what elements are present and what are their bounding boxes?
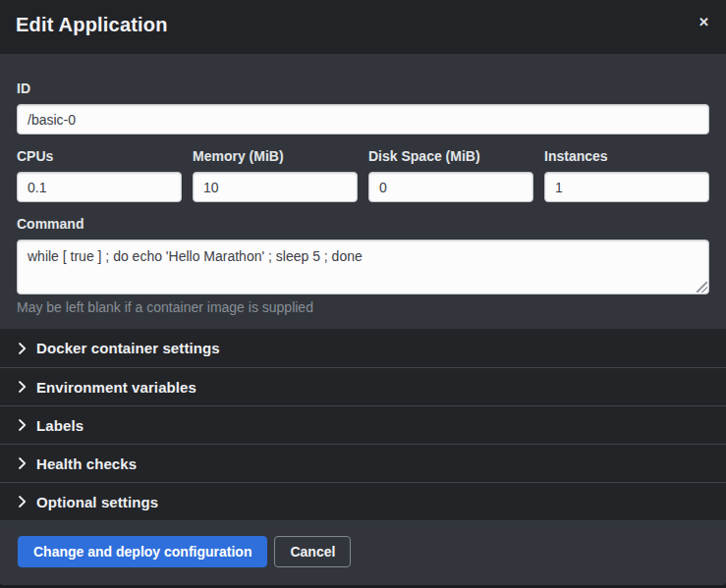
- chevron-right-icon: [18, 381, 27, 393]
- id-input[interactable]: [17, 104, 709, 134]
- close-icon: ✕: [698, 15, 709, 29]
- change-and-deploy-button[interactable]: Change and deploy configuration: [18, 536, 267, 567]
- cpus-label: CPUs: [17, 149, 182, 164]
- memory-field-group: Memory (MiB): [193, 149, 358, 202]
- cancel-button[interactable]: Cancel: [274, 536, 351, 567]
- cpus-field-group: CPUs: [17, 149, 182, 202]
- section-label: Environment variables: [36, 379, 196, 396]
- instances-label: Instances: [544, 149, 709, 164]
- chevron-right-icon: [18, 457, 27, 469]
- command-label: Command: [17, 217, 709, 232]
- section-labels[interactable]: Labels: [0, 405, 726, 444]
- chevron-right-icon: [18, 343, 27, 354]
- edit-application-modal: Edit Application ✕ ID CPUs Memory (MiB) …: [0, 0, 726, 585]
- section-label: Health checks: [36, 455, 137, 472]
- modal-footer: Change and deploy configuration Cancel: [0, 520, 726, 585]
- modal-body: ID CPUs Memory (MiB) Disk Space (MiB) In…: [0, 54, 726, 329]
- page-title: Edit Application: [16, 14, 168, 36]
- section-environment-variables[interactable]: Environment variables: [0, 367, 726, 405]
- instances-input[interactable]: [544, 172, 709, 202]
- id-field-group: ID: [17, 81, 709, 134]
- section-docker-container-settings[interactable]: Docker container settings: [0, 329, 726, 367]
- section-health-checks[interactable]: Health checks: [0, 444, 726, 482]
- section-optional-settings[interactable]: Optional settings: [0, 482, 726, 520]
- id-label: ID: [17, 81, 709, 96]
- disk-space-field-group: Disk Space (MiB): [368, 149, 533, 202]
- memory-label: Memory (MiB): [193, 149, 358, 164]
- command-textarea-wrap: while [ true ] ; do echo 'Hello Marathon…: [17, 240, 709, 294]
- chevron-right-icon: [18, 496, 27, 508]
- chevron-right-icon: [18, 419, 27, 431]
- command-field-group: Command while [ true ] ; do echo 'Hello …: [17, 217, 709, 315]
- collapsible-sections: Docker container settings Environment va…: [0, 329, 726, 520]
- cpus-input[interactable]: [17, 172, 182, 202]
- resources-row: CPUs Memory (MiB) Disk Space (MiB) Insta…: [17, 149, 709, 202]
- disk-space-label: Disk Space (MiB): [368, 149, 533, 164]
- modal-header: Edit Application ✕: [0, 0, 726, 54]
- resize-handle-icon[interactable]: [697, 282, 707, 293]
- section-label: Labels: [36, 417, 84, 434]
- close-button[interactable]: ✕: [695, 12, 713, 32]
- disk-space-input[interactable]: [368, 172, 533, 202]
- section-label: Optional settings: [36, 494, 158, 510]
- instances-field-group: Instances: [544, 149, 709, 202]
- command-help-text: May be left blank if a container image i…: [17, 299, 709, 315]
- memory-input[interactable]: [193, 172, 358, 202]
- section-label: Docker container settings: [36, 340, 220, 356]
- command-textarea[interactable]: while [ true ] ; do echo 'Hello Marathon…: [17, 240, 709, 294]
